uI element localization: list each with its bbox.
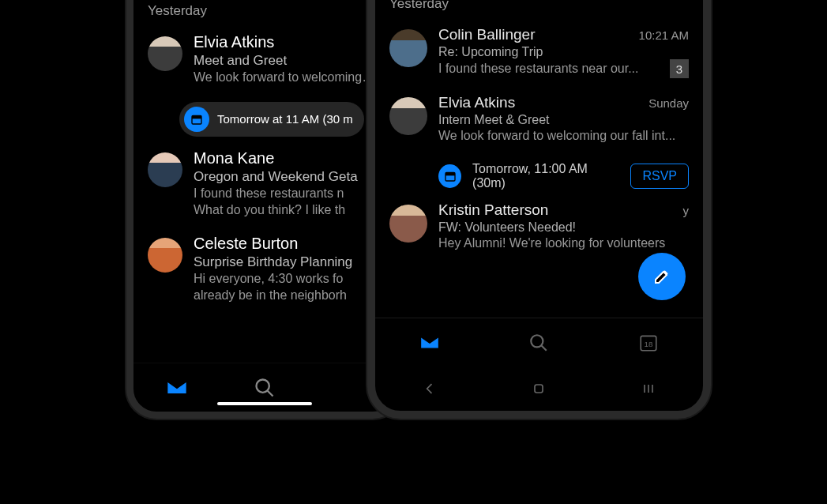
android-nav-bar [375,367,703,411]
avatar [389,205,427,243]
mail-item[interactable]: Kristin Patterson y FW: Volunteers Neede… [375,195,703,261]
svg-text:18: 18 [644,340,652,348]
mail-subject: Intern Meet & Greet [438,113,689,127]
rsvp-row: Tomorrow, 11:00 AM (30m) RSVP [438,162,689,190]
mail-preview: I found these restaurants n [194,185,382,202]
mail-subject: FW: Volunteers Needed! [438,220,689,235]
calendar-icon [438,164,461,188]
rsvp-time: Tomorrow, 11:00 AM (30m) [472,162,619,190]
mail-preview: We look forward to welcoming… [194,69,382,86]
section-header: Yesterday [375,0,703,20]
svg-rect-1 [192,115,201,118]
avatar [389,29,427,67]
svg-rect-6 [445,172,455,175]
mail-subject: Surprise Birthday Planning [194,254,382,270]
avatar [148,238,182,273]
avatar [148,152,182,187]
mail-item[interactable]: Colin Ballinger 10:21 AM Re: Upcoming Tr… [375,20,703,88]
compose-button[interactable] [638,253,686,300]
tab-mail[interactable] [414,327,445,359]
phone-ios: Yesterday Elvia Atkins Meet and Greet We… [126,0,403,419]
mail-content: Mona Kane Oregon and Weekend Geta I foun… [194,149,382,219]
inbox-list: Yesterday Elvia Atkins Meet and Greet We… [133,3,396,363]
mail-item[interactable]: Elvia Atkins Sunday Intern Meet & Greet … [375,88,703,154]
avatar [148,36,182,71]
calendar-icon [184,107,209,132]
rsvp-chip[interactable]: Tomorrow at 11 AM (30 m [179,102,364,137]
mail-content: Celeste Burton Surprise Birthday Plannin… [194,235,382,304]
sender-name: Elvia Atkins [438,94,515,111]
mail-content: Kristin Patterson y FW: Volunteers Neede… [438,201,689,252]
tab-search[interactable] [249,372,280,404]
mail-preview: Hey Alumni! We're looking for volunteers [438,235,689,252]
avatar [389,97,427,135]
section-header: Yesterday [133,3,396,27]
svg-line-8 [542,345,547,351]
mail-preview: I found these restaurants near our... [438,60,639,77]
rsvp-time: Tomorrow at 11 AM (30 m [217,112,353,126]
mail-content: Elvia Atkins Meet and Greet We look forw… [194,33,382,86]
mail-time: Sunday [648,96,689,110]
tab-bar: 18 [375,318,703,367]
back-button[interactable] [414,373,445,404]
mail-preview: We look forward to welcoming our fall in… [438,127,689,145]
home-indicator[interactable] [217,402,312,405]
mail-subject: Meet and Greet [194,53,382,69]
svg-rect-11 [535,385,543,393]
mail-preview: Hi everyone, 4:30 works fo [194,270,382,288]
svg-point-7 [532,335,543,347]
unread-badge: 3 [670,59,689,78]
tab-mail[interactable] [161,372,193,404]
svg-line-3 [267,390,273,396]
sender-name: Colin Ballinger [438,26,536,43]
sender-name: Mona Kane [194,149,274,167]
mail-time: y [683,204,690,217]
phone-android: Yesterday Colin Ballinger 10:21 AM Re: U… [367,0,711,419]
mail-subject: Re: Upcoming Trip [438,45,689,59]
rsvp-button[interactable]: RSVP [630,164,689,189]
mail-preview: already be in the neighborh [194,287,382,304]
mail-time: 10:21 AM [639,28,689,42]
sender-name: Kristin Patterson [438,201,548,219]
home-button[interactable] [523,373,554,404]
tab-search[interactable] [523,327,554,359]
mail-preview: What do you think? I like th [194,201,382,219]
sender-name: Celeste Burton [194,235,298,253]
mail-content: Elvia Atkins Sunday Intern Meet & Greet … [438,94,689,145]
recents-button[interactable] [633,373,664,404]
tab-calendar[interactable]: 18 [633,327,664,359]
mail-item[interactable]: Elvia Atkins Meet and Greet We look forw… [133,27,396,96]
mail-subject: Oregon and Weekend Geta [194,169,382,185]
mail-content: Colin Ballinger 10:21 AM Re: Upcoming Tr… [438,26,689,78]
svg-point-2 [256,379,269,392]
mail-item[interactable]: Mona Kane Oregon and Weekend Geta I foun… [133,143,396,228]
sender-name: Elvia Atkins [194,33,274,51]
mail-item[interactable]: Celeste Burton Surprise Birthday Plannin… [133,228,396,314]
